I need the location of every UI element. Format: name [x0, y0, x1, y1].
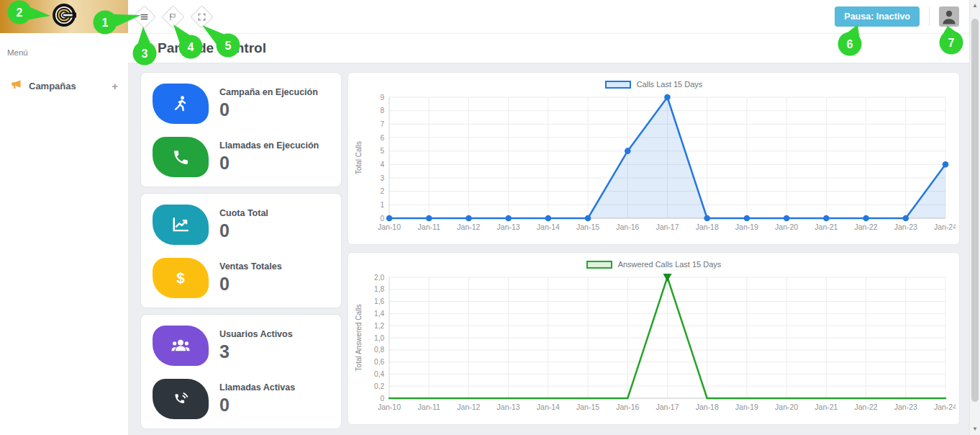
- svg-text:Jan-24: Jan-24: [934, 403, 956, 411]
- user-avatar[interactable]: [939, 6, 959, 27]
- svg-text:1,2: 1,2: [374, 322, 384, 330]
- svg-text:1,6: 1,6: [374, 297, 384, 305]
- svg-text:0,8: 0,8: [374, 346, 384, 354]
- fullscreen-button[interactable]: [190, 5, 214, 29]
- svg-text:0,2: 0,2: [374, 382, 384, 390]
- svg-text:Jan-18: Jan-18: [696, 403, 719, 411]
- stat-total-sales: $ Ventas Totales 0: [153, 258, 330, 298]
- svg-text:Jan-21: Jan-21: [815, 223, 838, 231]
- sidebar-item-label: Campañas: [29, 81, 76, 91]
- svg-text:Jan-23: Jan-23: [894, 403, 917, 411]
- runner-icon: [153, 84, 209, 124]
- svg-text:Jan-11: Jan-11: [418, 223, 440, 231]
- stat-value: 0: [219, 153, 319, 174]
- svg-text:8: 8: [380, 107, 384, 115]
- pause-status-button[interactable]: Pausa: Inactivo: [835, 6, 920, 27]
- stat-card-execution: Campaña en Ejecución 0 Llamadas en Ejecu…: [140, 72, 342, 187]
- brand-header[interactable]: [0, 0, 128, 33]
- legend-swatch: [605, 81, 631, 89]
- stat-card-totals: Cuota Total 0 $ Ventas Totales 0: [140, 193, 342, 308]
- svg-text:Jan-16: Jan-16: [616, 223, 639, 231]
- svg-text:1,8: 1,8: [374, 285, 384, 293]
- sidebar-toggle-button[interactable]: [132, 5, 156, 29]
- stat-label: Llamadas en Ejecución: [219, 140, 319, 151]
- stat-value: 0: [219, 395, 295, 416]
- legend-swatch: [586, 261, 612, 269]
- svg-text:Jan-12: Jan-12: [457, 223, 480, 231]
- svg-text:Jan-22: Jan-22: [855, 223, 878, 231]
- svg-text:Jan-21: Jan-21: [815, 403, 838, 411]
- svg-text:Jan-13: Jan-13: [497, 403, 520, 411]
- app-root: Menú Campañas +: [0, 0, 980, 435]
- svg-text:0,6: 0,6: [374, 358, 384, 366]
- svg-text:3: 3: [380, 174, 384, 182]
- svg-text:Jan-20: Jan-20: [775, 403, 798, 411]
- scrollbar-thumb[interactable]: [971, 19, 979, 402]
- svg-text:$: $: [176, 269, 185, 286]
- fullscreen-icon: [197, 12, 207, 22]
- svg-text:Jan-12: Jan-12: [457, 403, 480, 411]
- stat-label: Cuota Total: [219, 208, 268, 218]
- svg-text:Jan-19: Jan-19: [735, 403, 758, 411]
- phone-volume-icon: [153, 379, 209, 419]
- flag-icon: [168, 12, 178, 22]
- svg-text:Jan-10: Jan-10: [378, 223, 401, 231]
- top-navbar: Pausa: Inactivo: [128, 0, 969, 34]
- stat-active-calls: Llamadas Activas 0: [153, 379, 330, 419]
- dollar-icon: $: [153, 258, 209, 298]
- svg-text:Jan-14: Jan-14: [537, 223, 560, 231]
- stat-total-quota: Cuota Total 0: [153, 205, 330, 245]
- svg-text:2: 2: [380, 187, 384, 195]
- navbar-left-icons: [128, 9, 216, 25]
- scroll-down-arrow-icon[interactable]: ▼: [970, 426, 980, 432]
- chart-legend: Answered Calls Last 15 Days: [352, 259, 956, 270]
- flag-button[interactable]: [161, 5, 185, 29]
- scroll-up-arrow-icon[interactable]: ▲: [970, 2, 980, 9]
- sidebar: Menú Campañas +: [0, 0, 129, 435]
- page-scrollbar[interactable]: ▲ ▼: [969, 0, 980, 435]
- navbar-divider: [929, 7, 930, 26]
- svg-text:4: 4: [380, 161, 384, 169]
- sidebar-item-campaigns[interactable]: Campañas +: [0, 71, 128, 101]
- svg-text:Jan-23: Jan-23: [894, 223, 917, 231]
- chart-line-icon: [153, 205, 209, 245]
- megaphone-icon: [10, 79, 22, 94]
- svg-text:Jan-10: Jan-10: [378, 403, 401, 411]
- svg-text:2,0: 2,0: [374, 274, 384, 282]
- svg-text:Jan-13: Jan-13: [497, 223, 520, 231]
- person-silhouette-icon: [939, 6, 959, 27]
- chart-svg: 0123456789Jan-10Jan-11Jan-12Jan-13Jan-14…: [352, 90, 956, 237]
- y-axis-title: Total Calls: [355, 141, 363, 174]
- svg-text:1,0: 1,0: [374, 334, 384, 342]
- svg-text:Jan-20: Jan-20: [775, 223, 798, 231]
- stat-value: 0: [219, 220, 268, 241]
- svg-text:1: 1: [380, 201, 384, 209]
- hamburger-menu-icon: [140, 12, 149, 22]
- svg-text:Jan-17: Jan-17: [655, 403, 679, 411]
- svg-text:Jan-11: Jan-11: [418, 403, 440, 411]
- svg-text:Jan-22: Jan-22: [855, 403, 878, 411]
- page-header: Panel de Control: [128, 33, 969, 63]
- stat-active-users: Usuarios Activos 3: [153, 326, 330, 366]
- sidebar-menu-label: Menú: [0, 33, 128, 57]
- page-title: Panel de Control: [158, 40, 266, 56]
- charts-column: Calls Last 15 Days0123456789Jan-10Jan-11…: [348, 72, 960, 435]
- phone-icon: [153, 137, 209, 177]
- svg-text:1,4: 1,4: [374, 310, 384, 318]
- stat-campaigns-running: Campaña en Ejecución 0: [153, 84, 330, 124]
- stat-card-active: Usuarios Activos 3 Llamadas Activas 0: [140, 314, 342, 429]
- svg-text:Jan-19: Jan-19: [735, 223, 758, 231]
- stat-label: Llamadas Activas: [219, 382, 295, 393]
- legend-label: Calls Last 15 Days: [637, 80, 703, 89]
- chart-svg: 00,20,40,60,81,01,21,41,61,82,0Jan-10Jan…: [352, 270, 956, 417]
- main-content: Campaña en Ejecución 0 Llamadas en Ejecu…: [128, 63, 969, 435]
- answered-calls-chart-card: Answered Calls Last 15 Days00,20,40,60,8…: [348, 252, 960, 425]
- svg-text:6: 6: [380, 134, 384, 142]
- y-axis-title: Total Answered Calls: [355, 305, 363, 372]
- expand-plus-icon[interactable]: +: [112, 80, 118, 92]
- svg-text:Jan-24: Jan-24: [934, 223, 956, 231]
- stat-label: Ventas Totales: [219, 261, 282, 272]
- svg-text:Jan-15: Jan-15: [576, 403, 599, 411]
- calls-chart-card: Calls Last 15 Days0123456789Jan-10Jan-11…: [348, 72, 960, 245]
- svg-text:9: 9: [380, 94, 384, 102]
